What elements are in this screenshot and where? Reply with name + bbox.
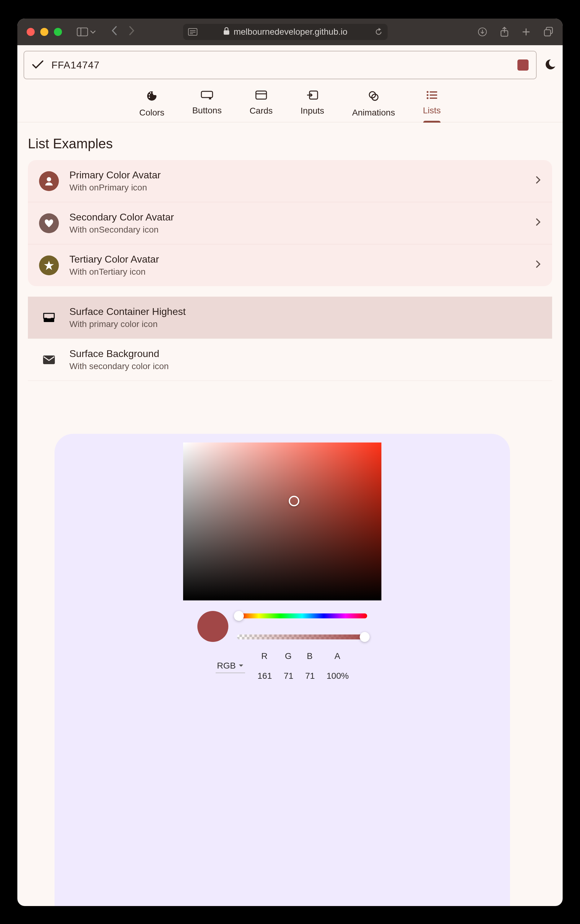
list-item[interactable]: Surface Container HighestWith primary co… <box>28 297 552 339</box>
nav-arrows <box>111 25 135 39</box>
svg-rect-14 <box>201 91 213 97</box>
surface-list: Surface Container HighestWith primary co… <box>28 297 552 381</box>
check-icon <box>31 59 44 71</box>
svg-point-26 <box>47 177 51 181</box>
animations-tab-icon <box>368 90 379 104</box>
item-title: Surface Background <box>69 348 541 360</box>
colors-tab-icon <box>146 90 157 104</box>
list-item[interactable]: Primary Color AvatarWith onPrimary icon <box>28 160 552 202</box>
color-mode-label: RGB <box>217 661 236 671</box>
url-bar[interactable]: melbournedeveloper.github.io <box>183 24 387 40</box>
hue-thumb[interactable] <box>234 611 244 621</box>
hex-text-field[interactable] <box>51 59 510 71</box>
person-avatar <box>39 171 59 191</box>
alpha-thumb[interactable] <box>360 632 370 642</box>
inbox-icon <box>39 312 59 323</box>
tab-lists[interactable]: Lists <box>423 90 441 122</box>
titlebar: melbournedeveloper.github.io <box>17 18 563 45</box>
color-hex-input[interactable] <box>23 51 537 79</box>
list-item[interactable]: Surface BackgroundWith secondary color i… <box>28 339 552 381</box>
tab-buttons[interactable]: Buttons <box>192 90 222 122</box>
buttons-tab-icon <box>201 90 213 102</box>
tab-label: Colors <box>139 108 165 118</box>
url-text: melbournedeveloper.github.io <box>234 27 347 37</box>
tabs: ColorsButtonsCardsInputsAnimationsLists <box>17 85 563 122</box>
svg-point-20 <box>427 91 428 93</box>
tab-cards[interactable]: Cards <box>249 90 273 122</box>
a-value: 100% <box>326 671 349 681</box>
nav-forward-button[interactable] <box>128 25 135 39</box>
b-value: 71 <box>305 671 315 681</box>
tab-label: Buttons <box>192 105 222 115</box>
a-col: A 100% <box>326 651 349 681</box>
avatar-list-card: Primary Color AvatarWith onPrimary iconS… <box>28 160 552 286</box>
saturation-value-area[interactable] <box>183 442 381 600</box>
tab-dropdown-icon[interactable] <box>90 30 96 34</box>
tab-label: Lists <box>423 105 441 115</box>
star-avatar <box>39 255 59 275</box>
nav-back-button[interactable] <box>111 25 118 39</box>
new-tab-icon[interactable] <box>522 28 531 36</box>
color-swatch[interactable] <box>517 59 529 71</box>
svg-rect-0 <box>77 28 88 36</box>
item-title: Primary Color Avatar <box>69 169 525 181</box>
svg-point-11 <box>150 92 151 94</box>
hue-slider[interactable] <box>237 613 367 618</box>
list-item[interactable]: Tertiary Color AvatarWith onTertiary ico… <box>28 244 552 286</box>
tab-animations[interactable]: Animations <box>352 90 395 122</box>
tabs-overview-icon[interactable] <box>544 27 554 37</box>
tab-inputs[interactable]: Inputs <box>300 90 324 122</box>
rgba-readout: RGB R 161 G 71 B 71 <box>54 651 510 681</box>
tab-colors[interactable]: Colors <box>139 90 165 122</box>
svg-rect-9 <box>544 30 550 36</box>
svg-point-24 <box>427 97 428 99</box>
item-subtitle: With secondary color icon <box>69 362 541 371</box>
cards-tab-icon <box>255 90 267 102</box>
minimize-window-button[interactable] <box>40 28 48 36</box>
top-row <box>17 45 563 85</box>
item-subtitle: With primary color icon <box>69 319 541 329</box>
share-icon[interactable] <box>500 26 509 37</box>
tab-label: Cards <box>249 106 273 116</box>
sv-thumb[interactable] <box>289 496 299 506</box>
item-text: Tertiary Color AvatarWith onTertiary ico… <box>69 253 525 277</box>
maximize-window-button[interactable] <box>54 28 62 36</box>
item-text: Surface Container HighestWith primary co… <box>69 306 541 329</box>
chevron-right-icon <box>536 260 541 271</box>
mail-icon <box>39 355 59 365</box>
chevron-right-icon <box>536 175 541 187</box>
sidebar-toggle-icon[interactable] <box>77 28 88 36</box>
svg-point-10 <box>149 94 150 95</box>
lists-tab-icon <box>426 90 437 102</box>
color-picker-panel: RGB R 161 G 71 B 71 <box>54 434 510 906</box>
svg-point-13 <box>149 97 150 98</box>
browser-window: melbournedeveloper.github.io <box>17 18 563 906</box>
theme-toggle-button[interactable] <box>544 58 557 72</box>
svg-point-12 <box>152 92 154 94</box>
b-col: B 71 <box>305 651 315 681</box>
traffic-lights <box>26 28 62 36</box>
reload-icon[interactable] <box>374 27 383 36</box>
item-subtitle: With onTertiary icon <box>69 267 525 277</box>
alpha-slider[interactable] <box>237 635 367 640</box>
content: ColorsButtonsCardsInputsAnimationsLists … <box>17 45 563 906</box>
r-col: R 161 <box>257 651 272 681</box>
list-item[interactable]: Secondary Color AvatarWith onSecondary i… <box>28 202 552 244</box>
color-mode-select[interactable]: RGB <box>216 659 245 673</box>
reader-mode-icon[interactable] <box>188 28 197 36</box>
item-title: Surface Container Highest <box>69 306 541 317</box>
tab-label: Inputs <box>300 106 324 116</box>
item-title: Secondary Color Avatar <box>69 212 525 223</box>
svg-rect-6 <box>224 30 229 35</box>
item-subtitle: With onSecondary icon <box>69 225 525 235</box>
item-text: Secondary Color AvatarWith onSecondary i… <box>69 212 525 235</box>
r-value: 161 <box>257 671 272 681</box>
svg-rect-15 <box>256 91 267 99</box>
chevron-right-icon <box>536 217 541 229</box>
g-col: G 71 <box>284 651 293 681</box>
close-window-button[interactable] <box>26 28 35 36</box>
svg-point-22 <box>427 94 428 96</box>
svg-rect-28 <box>43 355 55 364</box>
downloads-icon[interactable] <box>478 27 487 36</box>
svg-rect-25 <box>430 97 437 99</box>
